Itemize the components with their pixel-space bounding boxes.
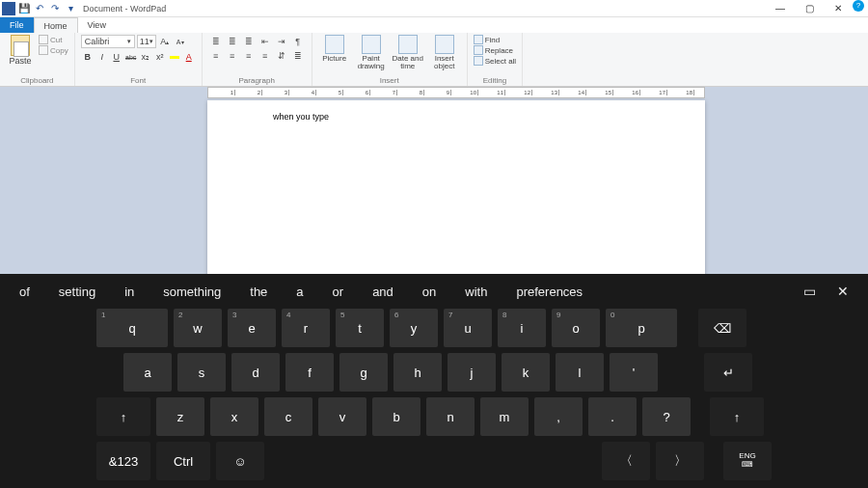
tab-view[interactable]: View (78, 17, 116, 33)
key-r[interactable]: 4r (282, 309, 330, 347)
key-t[interactable]: 5t (336, 309, 384, 347)
key-n[interactable]: n (426, 397, 475, 436)
grow-font-button[interactable]: A▴ (158, 35, 172, 48)
qat-redo-icon[interactable]: ↷ (48, 2, 62, 15)
indent-button[interactable]: ⇥ (274, 35, 289, 48)
font-name-select[interactable]: Calibri▾ (81, 35, 135, 48)
key-d[interactable]: d (231, 353, 280, 392)
key-shift-left[interactable]: ↑ (96, 397, 150, 436)
suggestion[interactable]: preferences (516, 285, 583, 299)
key-question[interactable]: ? (642, 397, 691, 436)
suggestion[interactable]: of (19, 285, 30, 299)
key-enter[interactable]: ↵ (704, 353, 752, 392)
key-apostrophe[interactable]: ' (610, 353, 658, 392)
strike-button[interactable]: abc (124, 50, 138, 64)
key-v[interactable]: v (318, 397, 366, 436)
line-spacing-button[interactable]: ⇵ (274, 49, 289, 63)
key-o[interactable]: 9o (552, 309, 600, 347)
paint-drawing-button[interactable]: Paint drawing (355, 35, 388, 70)
picture-button[interactable]: Picture (318, 35, 351, 63)
outdent-button[interactable]: ⇤ (258, 35, 273, 48)
key-x[interactable]: x (210, 397, 258, 436)
key-j[interactable]: j (448, 353, 496, 392)
qat-customize-icon[interactable]: ▾ (64, 2, 77, 15)
key-comma[interactable]: , (534, 397, 583, 436)
copy-button[interactable]: Copy (39, 45, 68, 55)
select-all-button[interactable]: Select all (474, 56, 516, 66)
suggestion[interactable]: and (372, 285, 393, 299)
multilevel-button[interactable]: ≣ (241, 35, 257, 48)
paragraph-dialog-button[interactable]: ≣ (290, 49, 306, 63)
subscript-button[interactable]: x₂ (139, 50, 152, 64)
date-time-button[interactable]: Date and time (392, 35, 424, 70)
key-f[interactable]: f (285, 353, 334, 392)
key-symbols[interactable]: &123 (96, 442, 150, 480)
key-emoji[interactable]: ☺ (216, 442, 264, 480)
suggestion[interactable]: a (296, 285, 303, 299)
key-b[interactable]: b (372, 397, 420, 436)
key-arrow-right[interactable]: 〉 (656, 442, 704, 480)
underline-button[interactable]: U (110, 50, 123, 64)
close-button[interactable]: ✕ (824, 0, 853, 17)
qat-undo-icon[interactable]: ↶ (33, 2, 46, 15)
close-keyboard-icon[interactable]: ✕ (837, 284, 849, 299)
align-right-button[interactable]: ≡ (241, 49, 257, 63)
tab-file[interactable]: File (0, 17, 34, 33)
document-text[interactable]: when you type (273, 112, 329, 122)
show-marks-button[interactable]: ¶ (290, 35, 306, 48)
key-z[interactable]: z (156, 397, 204, 436)
paste-button[interactable]: Paste (6, 35, 35, 66)
key-period[interactable]: . (588, 397, 637, 436)
justify-button[interactable]: ≡ (258, 49, 273, 63)
find-button[interactable]: Find (474, 35, 516, 44)
numbering-button[interactable]: ≣ (225, 35, 240, 48)
key-backspace[interactable]: ⌫ (698, 309, 746, 347)
key-m[interactable]: m (480, 397, 529, 436)
key-w[interactable]: 2w (174, 309, 222, 347)
font-size-select[interactable]: 11▾ (137, 35, 156, 48)
superscript-button[interactable]: x² (153, 50, 167, 64)
help-icon[interactable]: ? (853, 0, 864, 12)
key-ctrl[interactable]: Ctrl (156, 442, 210, 480)
suggestion[interactable]: setting (59, 285, 95, 299)
minimize-button[interactable]: — (766, 0, 795, 17)
shrink-font-button[interactable]: A▾ (174, 35, 187, 48)
key-g[interactable]: g (339, 353, 388, 392)
key-language[interactable]: ENG⌨ (723, 442, 772, 480)
dock-keyboard-icon[interactable]: ▭ (803, 284, 816, 299)
key-s[interactable]: s (177, 353, 226, 392)
highlight-button[interactable] (168, 50, 181, 64)
cut-button[interactable]: Cut (39, 35, 68, 44)
align-left-button[interactable]: ≡ (208, 49, 224, 63)
key-h[interactable]: h (393, 353, 442, 392)
suggestion[interactable]: something (163, 285, 221, 299)
key-a[interactable]: a (123, 353, 172, 392)
bullets-button[interactable]: ≣ (208, 35, 224, 48)
suggestion[interactable]: with (465, 285, 487, 299)
key-i[interactable]: 8i (498, 309, 546, 347)
key-p[interactable]: 0p (606, 309, 677, 347)
ruler[interactable]: 1 2 3 4 5 6 7 8 9 10 11 12 13 14 15 16 1… (207, 87, 705, 98)
key-arrow-left[interactable]: 〈 (602, 442, 650, 480)
key-e[interactable]: 3e (228, 309, 276, 347)
key-u[interactable]: 7u (444, 309, 492, 347)
italic-button[interactable]: I (95, 50, 109, 64)
align-center-button[interactable]: ≡ (225, 49, 240, 63)
insert-object-button[interactable]: Insert object (428, 35, 461, 70)
tab-home[interactable]: Home (34, 17, 78, 33)
key-shift-right[interactable]: ↑ (710, 397, 764, 436)
qat-save-icon[interactable]: 💾 (17, 2, 31, 15)
key-y[interactable]: 6y (390, 309, 438, 347)
replace-button[interactable]: Replace (474, 45, 516, 55)
key-c[interactable]: c (264, 397, 312, 436)
suggestion[interactable]: or (333, 285, 344, 299)
key-q[interactable]: 1q (96, 309, 168, 347)
key-k[interactable]: k (502, 353, 550, 392)
font-color-button[interactable]: A (182, 50, 196, 64)
suggestion[interactable]: the (250, 285, 267, 299)
maximize-button[interactable]: ▢ (795, 0, 824, 17)
key-l[interactable]: l (556, 353, 604, 392)
bold-button[interactable]: B (81, 50, 95, 64)
suggestion[interactable]: in (124, 285, 134, 299)
suggestion[interactable]: on (422, 285, 436, 299)
